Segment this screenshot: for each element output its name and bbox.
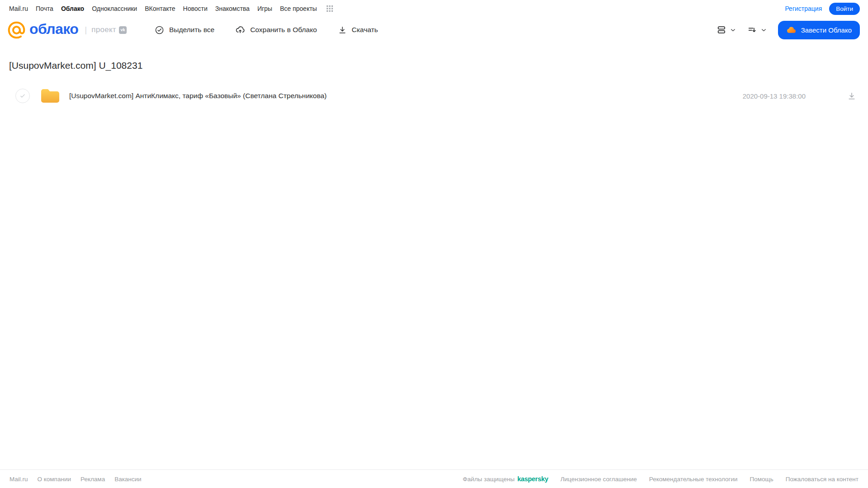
download-icon [847, 91, 856, 100]
nav-mailru[interactable]: Mail.ru [9, 5, 28, 12]
file-row: [UsupovMarket.com] АнтиКлимакс, тариф «Б… [0, 84, 868, 108]
chevron-down-icon [760, 27, 767, 33]
footer-right-links: Файлы защищены kaspersky Лицензионное со… [463, 475, 859, 483]
footer-left-links: Mail.ru О компании Реклама Вакансии [9, 476, 142, 483]
kaspersky-protected: Файлы защищены kaspersky [463, 475, 548, 483]
file-checkbox[interactable] [15, 89, 30, 103]
footer-report-link[interactable]: Пожаловаться на контент [786, 476, 859, 483]
create-cloud-button[interactable]: Завести Облако [778, 21, 860, 39]
cloud-upload-icon [235, 25, 245, 35]
download-button[interactable]: Скачать [338, 25, 378, 34]
mailru-at-icon [7, 21, 26, 39]
cloud-toolbar: облако | проект vk Выделить все Сохранит… [0, 16, 868, 43]
view-rows-icon [716, 25, 726, 35]
nav-vse-proekty[interactable]: Все проекты [280, 5, 317, 12]
nav-znakomstva[interactable]: Знакомства [215, 5, 250, 12]
select-all-button[interactable]: Выделить все [155, 25, 214, 35]
view-mode-dropdown[interactable] [716, 25, 736, 35]
protected-label: Файлы защищены [463, 476, 515, 483]
folder-icon[interactable] [40, 87, 61, 104]
select-all-label: Выделить все [169, 26, 214, 34]
download-label: Скачать [352, 26, 378, 34]
footer-about-link[interactable]: О компании [38, 476, 71, 483]
login-button[interactable]: Войти [829, 3, 860, 15]
cloud-logo[interactable]: облако | проект vk [7, 21, 127, 39]
footer-recommendations-link[interactable]: Рекомендательные технологии [649, 476, 737, 483]
vk-badge-icon: vk [119, 26, 127, 34]
nav-novosti[interactable]: Новости [183, 5, 208, 12]
nav-vkontakte[interactable]: ВКонтакте [145, 5, 175, 12]
save-to-cloud-button[interactable]: Сохранить в Облако [235, 25, 317, 35]
footer-help-link[interactable]: Помощь [750, 476, 773, 483]
file-name-link[interactable]: [UsupovMarket.com] АнтиКлимакс, тариф «Б… [69, 92, 327, 100]
nav-pochta[interactable]: Почта [36, 5, 53, 12]
nav-odnoklassniki[interactable]: Одноклассники [92, 5, 137, 12]
footer-jobs-link[interactable]: Вакансии [114, 476, 142, 483]
nav-igry[interactable]: Игры [257, 5, 272, 12]
download-icon [338, 25, 347, 34]
chevron-down-icon [730, 27, 736, 33]
register-link[interactable]: Регистрация [785, 5, 822, 12]
page-title: [UsupovMarket.com] U_108231 [9, 60, 868, 71]
file-modified-date: 2020-09-13 19:38:00 [743, 92, 806, 100]
checkmark-icon [19, 92, 27, 100]
save-to-cloud-label: Сохранить в Облако [250, 26, 317, 34]
auth-controls: Регистрация Войти [785, 3, 860, 15]
toolbar-right-controls: Завести Облако [716, 21, 860, 39]
footer-mailru-link[interactable]: Mail.ru [9, 476, 28, 483]
sort-dropdown[interactable] [747, 25, 767, 35]
portal-navbar: Mail.ru Почта Облако Одноклассники ВКонт… [0, 0, 868, 16]
portal-links: Mail.ru Почта Облако Одноклассники ВКонт… [9, 5, 333, 12]
check-circle-icon [155, 25, 164, 35]
brand-name: облако [29, 21, 78, 39]
logo-divider: | [85, 25, 87, 35]
page-footer: Mail.ru О компании Реклама Вакансии Файл… [0, 469, 868, 488]
apps-grid-icon[interactable] [327, 5, 333, 12]
create-cloud-label: Завести Облако [801, 26, 852, 34]
project-label: проект [91, 25, 116, 34]
kaspersky-logo[interactable]: kaspersky [517, 475, 548, 483]
sort-icon [747, 25, 757, 35]
file-actions: Выделить все Сохранить в Облако Скачать [155, 25, 378, 35]
footer-license-link[interactable]: Лицензионное соглашение [560, 476, 637, 483]
cloud-icon [786, 25, 797, 35]
footer-ads-link[interactable]: Реклама [81, 476, 105, 483]
file-download-button[interactable] [847, 91, 856, 100]
nav-oblako[interactable]: Облако [61, 5, 84, 12]
